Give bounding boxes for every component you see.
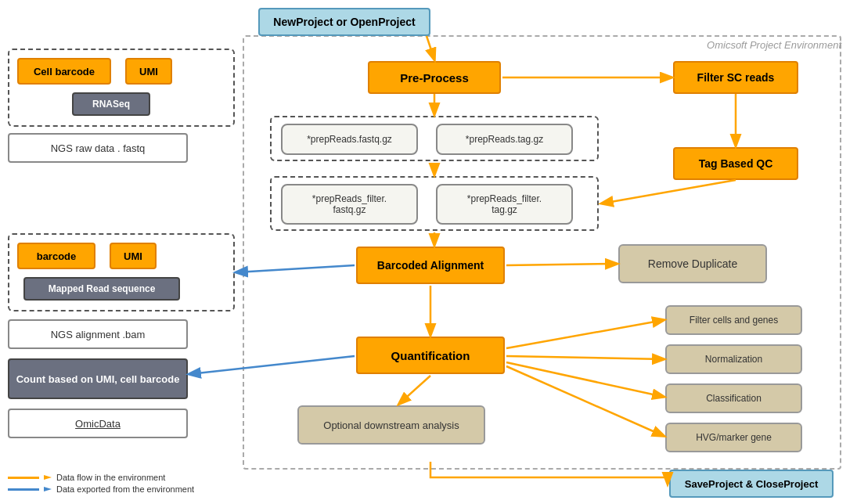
- legend-blue-line: [8, 488, 39, 491]
- count-umi-box: Count based on UMI, cell barcode: [8, 358, 188, 399]
- prep-filter-group: *prepReads_filter. fastq.gz *prepReads_f…: [270, 176, 599, 231]
- diagram-container: Omicsoft Project Environment NewProject …: [0, 0, 857, 504]
- hvg-marker-box: HVG/marker gene: [665, 423, 802, 452]
- pre-process-box: Pre-Process: [368, 61, 501, 94]
- quantification-box: Quantification: [356, 337, 505, 374]
- legend-orange-line: [8, 477, 39, 479]
- filter-sc-box: Filter SC reads: [673, 61, 798, 94]
- prep-fastq-box: *prepReads.fastq.gz: [281, 124, 418, 155]
- normalization-box: Normalization: [665, 344, 802, 374]
- legend-orange-label: Data flow in the environment: [56, 473, 165, 482]
- classification-box: Classification: [665, 383, 802, 413]
- new-project-button[interactable]: NewProject or OpenProject: [258, 8, 430, 36]
- tag-qc-box: Tag Based QC: [673, 147, 798, 180]
- omic-data-box: OmicData: [8, 409, 188, 438]
- svg-marker-16: [44, 475, 52, 480]
- ngs-bam-box: NGS alignment .bam: [8, 319, 188, 349]
- remove-duplicate-box: Remove Duplicate: [618, 244, 767, 283]
- mapped-read-box: Mapped Read sequence: [23, 277, 180, 301]
- ngs-raw-box: NGS raw data . fastq: [8, 133, 188, 163]
- cell-barcode-box: Cell barcode: [17, 58, 111, 85]
- mapped-read-group: barcode UMI Mapped Read sequence: [8, 233, 235, 311]
- env-label: Omicsoft Project Environment: [707, 39, 841, 51]
- umi2-box: UMI: [110, 243, 157, 269]
- legend-blue-item: Data exported from the environment: [8, 484, 194, 494]
- prep-tag-box: *prepReads.tag.gz: [436, 124, 573, 155]
- legend-orange-item: Data flow in the environment: [8, 473, 194, 482]
- barcoded-alignment-box: Barcoded Alignment: [356, 247, 505, 284]
- prep-reads-group: *prepReads.fastq.gz *prepReads.tag.gz: [270, 116, 599, 161]
- cell-barcode-group: Cell barcode UMI RNASeq: [8, 49, 235, 127]
- optional-downstream-box: Optional downstream analysis: [297, 405, 485, 445]
- legend-blue-label: Data exported from the environment: [56, 484, 194, 494]
- svg-marker-17: [44, 487, 52, 491]
- save-project-button[interactable]: SaveProject & CloseProject: [669, 470, 834, 498]
- filter-cells-box: Filter cells and genes: [665, 305, 802, 335]
- umi1-box: UMI: [125, 58, 172, 85]
- rnaseq-box: RNASeq: [72, 92, 150, 116]
- prep-filter-tag-box: *prepReads_filter. tag.gz: [436, 184, 573, 225]
- prep-filter-fastq-box: *prepReads_filter. fastq.gz: [281, 184, 418, 225]
- barcode2-box: barcode: [17, 243, 95, 269]
- legend: Data flow in the environment Data export…: [8, 473, 194, 496]
